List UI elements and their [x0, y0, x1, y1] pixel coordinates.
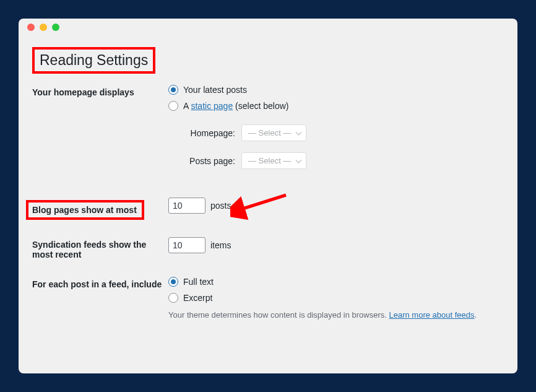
radio-label: A static page (select below): [183, 101, 288, 111]
close-icon[interactable]: [27, 24, 35, 31]
homepage-select-row: Homepage: — Select —: [186, 124, 504, 141]
row-feed-content: For each post in a feed, include Full te…: [32, 277, 504, 320]
minimize-icon[interactable]: [40, 24, 47, 31]
posts-page-select-row: Posts page: — Select —: [186, 152, 504, 169]
posts-page-select-label: Posts page:: [186, 156, 235, 166]
settings-window: Reading Settings Your homepage displays …: [19, 19, 517, 373]
row-syndication: Syndication feeds show the most recent i…: [32, 237, 504, 259]
row-blog-pages: Blog pages show at most posts: [32, 198, 504, 220]
field-homepage-displays: Your latest posts A static page (select …: [168, 85, 504, 180]
label-syndication: Syndication feeds show the most recent: [32, 237, 168, 259]
blog-pages-highlight: Blog pages show at most: [26, 200, 144, 220]
static-page-link[interactable]: static page: [191, 101, 233, 111]
radio-static-page[interactable]: A static page (select below): [168, 101, 504, 111]
row-homepage-displays: Your homepage displays Your latest posts…: [32, 85, 504, 180]
radio-excerpt[interactable]: Excerpt: [168, 293, 504, 303]
homepage-select[interactable]: — Select —: [241, 124, 306, 141]
label-feed-content: For each post in a feed, include: [32, 277, 168, 289]
posts-page-select[interactable]: — Select —: [241, 152, 306, 169]
title-highlight: Reading Settings: [32, 47, 155, 74]
field-blog-pages: posts: [168, 198, 504, 214]
label-homepage-displays: Your homepage displays: [32, 85, 168, 97]
radio-icon[interactable]: [168, 277, 178, 287]
page-title: Reading Settings: [35, 50, 153, 71]
blog-pages-input[interactable]: [168, 198, 205, 214]
static-page-selects: Homepage: — Select — Posts page: — Selec…: [186, 124, 504, 169]
blog-pages-suffix: posts: [210, 201, 231, 211]
label-blog-pages: Blog pages show at most: [32, 198, 168, 220]
radio-label: Excerpt: [183, 293, 212, 303]
radio-icon[interactable]: [168, 293, 178, 303]
radio-latest-posts[interactable]: Your latest posts: [168, 85, 504, 95]
syndication-input[interactable]: [168, 237, 205, 253]
field-feed-content: Full text Excerpt Your theme determines …: [168, 277, 504, 320]
homepage-select-label: Homepage:: [186, 128, 235, 138]
radio-icon[interactable]: [168, 85, 178, 95]
radio-label: Your latest posts: [183, 85, 247, 95]
settings-form: Your homepage displays Your latest posts…: [32, 85, 504, 320]
radio-label: Full text: [183, 277, 214, 287]
radio-full-text[interactable]: Full text: [168, 277, 504, 287]
settings-content: Reading Settings Your homepage displays …: [19, 36, 517, 331]
feed-description: Your theme determines how content is dis…: [168, 310, 504, 320]
maximize-icon[interactable]: [52, 24, 59, 31]
learn-more-feeds-link[interactable]: Learn more about feeds: [389, 310, 474, 320]
window-titlebar: [19, 19, 517, 36]
field-syndication: items: [168, 237, 504, 253]
radio-icon[interactable]: [168, 101, 178, 111]
syndication-suffix: items: [210, 240, 231, 250]
